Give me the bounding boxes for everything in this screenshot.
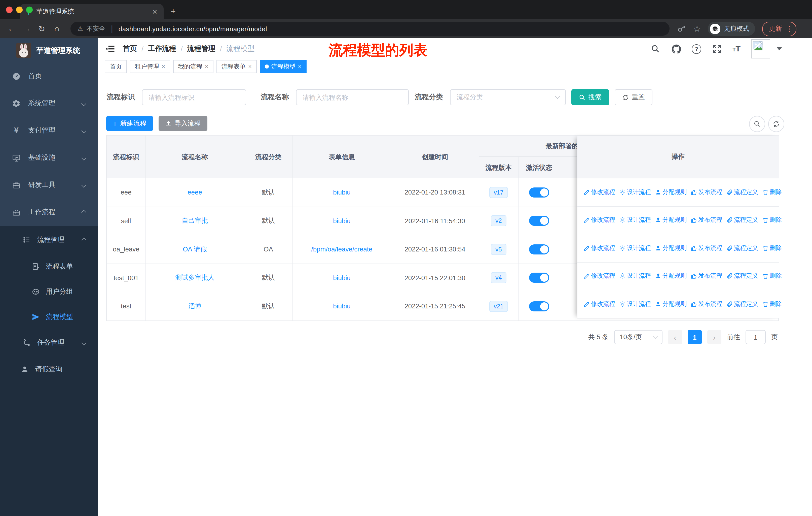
menu-dots-icon[interactable]: ⋮ (786, 25, 793, 33)
sidebar-fold-icon[interactable] (105, 43, 116, 54)
action-assign-rule[interactable]: 分配规则 (655, 272, 687, 280)
process-name-input[interactable] (296, 89, 409, 105)
action-process-definition[interactable]: 流程定义 (726, 300, 758, 308)
row-name-link[interactable]: 测试多审批人 (175, 273, 214, 282)
process-key-input[interactable] (142, 89, 246, 105)
maximize-window-button[interactable] (26, 6, 33, 13)
action-edit-process[interactable]: 修改流程 (583, 216, 615, 224)
new-tab-button[interactable]: + (171, 6, 176, 17)
action-assign-rule[interactable]: 分配规则 (655, 188, 687, 196)
action-design-process[interactable]: 设计流程 (619, 300, 651, 308)
tag-租户管理[interactable]: 租户管理× (130, 60, 170, 73)
avatar[interactable] (751, 39, 770, 58)
action-assign-rule[interactable]: 分配规则 (655, 300, 687, 308)
row-form-link[interactable]: biubiu (333, 274, 350, 282)
action-process-definition[interactable]: 流程定义 (726, 244, 758, 252)
browser-tab[interactable]: 芋道管理系统 ✕ (20, 4, 164, 19)
create-process-button[interactable]: + 新建流程 (106, 116, 153, 131)
caret-down-icon[interactable] (777, 47, 782, 50)
sidebar-item-task-mgmt[interactable]: 任务管理 (0, 330, 98, 356)
action-publish-process[interactable]: 发布流程 (691, 272, 722, 280)
goto-page-input[interactable] (746, 330, 766, 344)
row-name-link[interactable]: 滔博 (188, 302, 201, 311)
forward-button[interactable]: → (20, 24, 33, 33)
action-assign-rule[interactable]: 分配规则 (655, 244, 687, 252)
action-design-process[interactable]: 设计流程 (619, 188, 651, 196)
action-delete[interactable]: 删除 (762, 216, 782, 224)
font-size-icon[interactable]: TT (732, 44, 741, 53)
row-active-toggle[interactable] (529, 187, 549, 197)
action-edit-process[interactable]: 修改流程 (583, 188, 615, 196)
tag-首页[interactable]: 首页 (105, 60, 127, 73)
back-button[interactable]: ← (5, 24, 18, 33)
page-size-select[interactable]: 10条/页 (614, 330, 663, 344)
sidebar-item-workflow[interactable]: 工作流程 (0, 198, 98, 226)
key-icon[interactable] (677, 24, 686, 33)
action-edit-process[interactable]: 修改流程 (583, 244, 615, 252)
row-active-toggle[interactable] (529, 244, 549, 254)
action-process-definition[interactable]: 流程定义 (726, 216, 758, 224)
row-name-link[interactable]: eeee (187, 189, 202, 196)
sidebar-item-process-model[interactable]: 流程模型 (0, 304, 98, 330)
action-assign-rule[interactable]: 分配规则 (655, 216, 687, 224)
action-publish-process[interactable]: 发布流程 (691, 300, 722, 308)
row-form-link[interactable]: biubiu (333, 189, 350, 196)
minimize-window-button[interactable] (16, 6, 23, 13)
sidebar-item-home[interactable]: 首页 (0, 62, 98, 90)
close-window-button[interactable] (6, 6, 12, 13)
import-process-button[interactable]: 导入流程 (158, 116, 207, 131)
row-form-link[interactable]: /bpm/oa/leave/create (311, 246, 373, 253)
tag-流程表单[interactable]: 流程表单× (216, 60, 257, 73)
update-menu-button[interactable]: 更新 ⋮ (762, 21, 796, 36)
row-form-link[interactable]: biubiu (333, 217, 350, 225)
search-button[interactable]: 搜索 (571, 89, 609, 105)
fullscreen-icon[interactable] (712, 44, 722, 54)
close-icon[interactable]: × (205, 63, 208, 70)
home-button[interactable]: ⌂ (50, 24, 63, 33)
action-publish-process[interactable]: 发布流程 (691, 188, 722, 196)
prev-page-button[interactable]: ‹ (668, 330, 682, 344)
action-edit-process[interactable]: 修改流程 (583, 300, 615, 308)
row-name-link[interactable]: OA 请假 (183, 245, 207, 254)
current-page-button[interactable]: 1 (688, 330, 702, 344)
tab-close-icon[interactable]: ✕ (151, 8, 158, 16)
action-publish-process[interactable]: 发布流程 (691, 244, 722, 252)
sidebar-item-user-group[interactable]: 用户分组 (0, 279, 98, 304)
row-form-link[interactable]: biubiu (333, 303, 350, 310)
action-design-process[interactable]: 设计流程 (619, 272, 651, 280)
action-delete[interactable]: 删除 (762, 300, 782, 308)
close-icon[interactable]: × (162, 63, 165, 70)
sidebar-item-system[interactable]: 系统管理 (0, 90, 98, 117)
action-process-definition[interactable]: 流程定义 (726, 272, 758, 280)
sidebar-item-process-mgmt[interactable]: 流程管理 (0, 226, 98, 254)
reload-button[interactable]: ↻ (35, 24, 48, 33)
sidebar-item-devtools[interactable]: 研发工具 (0, 171, 98, 198)
sidebar-item-infrastructure[interactable]: 基础设施 (0, 144, 98, 171)
tag-我的流程[interactable]: 我的流程× (173, 60, 213, 73)
breadcrumb-item[interactable]: 流程管理 (187, 44, 215, 53)
close-icon[interactable]: × (298, 63, 301, 70)
search-icon[interactable] (650, 44, 661, 54)
sidebar-item-payment[interactable]: ¥ 支付管理 (0, 117, 98, 144)
row-active-toggle[interactable] (529, 273, 549, 283)
action-design-process[interactable]: 设计流程 (619, 244, 651, 252)
action-delete[interactable]: 删除 (762, 272, 782, 280)
row-active-toggle[interactable] (529, 301, 549, 311)
action-delete[interactable]: 删除 (762, 188, 782, 196)
reset-button[interactable]: 重置 (615, 89, 652, 105)
toggle-search-button[interactable] (749, 116, 765, 132)
process-category-select[interactable]: 流程分类 (450, 89, 566, 105)
close-icon[interactable]: × (248, 63, 252, 70)
refresh-table-button[interactable] (768, 116, 784, 132)
action-design-process[interactable]: 设计流程 (619, 216, 651, 224)
action-delete[interactable]: 删除 (762, 244, 782, 252)
next-page-button[interactable]: › (707, 330, 721, 344)
breadcrumb-item[interactable]: 工作流程 (148, 44, 176, 53)
action-process-definition[interactable]: 流程定义 (726, 188, 758, 196)
tag-流程模型[interactable]: 流程模型× (260, 60, 307, 73)
row-active-toggle[interactable] (529, 216, 549, 226)
action-publish-process[interactable]: 发布流程 (691, 216, 722, 224)
github-icon[interactable] (671, 44, 681, 54)
sidebar-item-leave-query[interactable]: 请假查询 (0, 356, 98, 383)
breadcrumb-item[interactable]: 首页 (123, 44, 137, 53)
